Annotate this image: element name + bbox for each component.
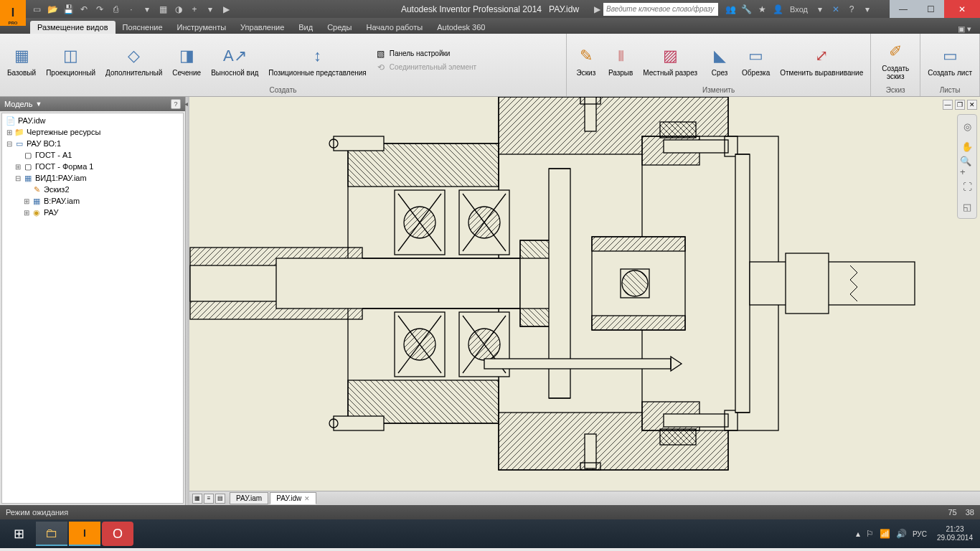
print-icon[interactable]: ⎙ — [109, 3, 122, 16]
nav-zoom-in-icon[interactable]: 🔍+ — [960, 159, 974, 174]
canvas-min-icon[interactable]: — — [943, 100, 953, 110]
svg-rect-24 — [334, 416, 384, 430]
close-button[interactable]: ✕ — [944, 0, 980, 18]
projection-view-button[interactable]: ◫Проекционный — [42, 43, 100, 78]
new-icon[interactable]: ▭ — [30, 3, 43, 16]
qat-add-icon[interactable]: + — [188, 3, 201, 16]
minimize-button[interactable]: — — [890, 0, 917, 18]
tree-resources[interactable]: ⊞📁Чертежные ресурсы — [4, 126, 182, 138]
tray-up-icon[interactable]: ▴ — [856, 529, 860, 539]
tree-view1[interactable]: ⊟▦ВИД1:РАУ.iam — [4, 172, 182, 184]
ribbon-toggle-icon[interactable]: ▣ ▾ — [949, 24, 980, 34]
tree-rau-vo[interactable]: ⊟▭РАУ ВО:1 — [4, 138, 182, 149]
tab-view[interactable]: Вид — [291, 21, 320, 34]
tab-placement[interactable]: Размещение видов — [30, 21, 116, 34]
local-section-button[interactable]: ▨Местный разрез — [639, 43, 702, 78]
login-link[interactable]: Вход — [790, 5, 808, 14]
maximize-button[interactable]: ☐ — [917, 0, 944, 18]
tray-volume-icon[interactable]: 🔊 — [896, 529, 907, 539]
drawing-canvas[interactable]: — ❐ ✕ ◎ ✋ 🔍+ ⛶ ◱ — [189, 97, 980, 491]
search-input[interactable] — [603, 3, 718, 16]
tree-sketch2[interactable]: ✎Эскиз2 — [4, 184, 182, 195]
model-tree[interactable]: 📄РАУ.idw ⊞📁Чертежные ресурсы ⊟▭РАУ ВО:1 … — [1, 113, 184, 504]
undo-icon[interactable]: ↶ — [77, 3, 90, 16]
tree-b-rau[interactable]: ⊞▦B:РАУ.iam — [4, 195, 182, 207]
help-icon[interactable]: ? — [844, 1, 859, 17]
qat-play-icon[interactable]: ▶ — [220, 3, 232, 16]
break-button[interactable]: ⦀Разрыв — [604, 43, 637, 78]
tab-layout3-icon[interactable]: ▤ — [215, 494, 225, 504]
tray-action-icon[interactable]: ⚐ — [866, 529, 874, 539]
tree-rau[interactable]: ⊞◉РАУ — [4, 207, 182, 218]
tree-gost-a1[interactable]: ▢ГОСТ - А1 — [4, 149, 182, 161]
panel-help-icon[interactable]: ? — [171, 99, 181, 109]
qat-select-icon[interactable]: ▦ — [156, 3, 169, 16]
open-icon[interactable]: 📂 — [46, 3, 59, 16]
expand-icon[interactable]: ⊞ — [22, 197, 31, 205]
canvas-close-icon[interactable]: ✕ — [967, 100, 977, 110]
exchange-icon[interactable]: ✕ — [828, 1, 844, 17]
navigation-bar: ◎ ✋ 🔍+ ⛶ ◱ — [957, 114, 977, 219]
task-explorer[interactable]: 🗀 — [36, 522, 67, 546]
nav-zoom-win-icon[interactable]: ◱ — [960, 199, 974, 214]
nav-wheel-icon[interactable]: ◎ — [960, 119, 974, 133]
close-tab-icon[interactable]: ✕ — [304, 495, 310, 502]
tray-network-icon[interactable]: 📶 — [880, 529, 890, 539]
key-icon[interactable]: 🔧 — [738, 1, 754, 17]
tab-manage[interactable]: Управление — [233, 21, 291, 34]
collapse-icon[interactable]: ⊟ — [14, 174, 22, 182]
unalign-button[interactable]: ⤢Отменить выравнивание — [776, 43, 867, 78]
create-sketch-button[interactable]: ✐Создать эскиз — [874, 39, 917, 82]
model-header[interactable]: Модель▼ ? — [0, 97, 185, 111]
sheet-icon: ▭ — [14, 138, 25, 149]
canvas-restore-icon[interactable]: ❐ — [955, 100, 965, 110]
tray-lang[interactable]: РУС — [913, 530, 927, 538]
section-button[interactable]: ◨Сечение — [168, 43, 205, 78]
trim-button[interactable]: ▭Обрезка — [738, 43, 774, 78]
sketch-button[interactable]: ✎Эскиз — [570, 43, 603, 78]
create-sheet-button[interactable]: ▭Создать лист — [923, 43, 976, 78]
clock[interactable]: 21:23 29.09.2014 — [937, 525, 973, 542]
redo-icon[interactable]: ↷ — [93, 3, 106, 16]
panel-settings-button[interactable]: ▧Панель настройки — [375, 48, 476, 60]
tab-layout2-icon[interactable]: ≡ — [204, 494, 214, 504]
tab-start[interactable]: Начало работы — [359, 21, 430, 34]
user-icon[interactable]: 👤 — [770, 1, 786, 17]
aux-view-button[interactable]: ◇Дополнительный — [101, 43, 166, 78]
search-play-icon[interactable]: ▶ — [590, 3, 603, 16]
expand-icon[interactable]: ⊞ — [14, 163, 22, 171]
cut-button[interactable]: ◣Срез — [703, 43, 736, 78]
expand-icon[interactable]: ⊞ — [5, 128, 14, 136]
pos-icon: ↕ — [306, 44, 329, 67]
base-view-button[interactable]: ▦Базовый — [3, 43, 40, 78]
title-text: Autodesk Inventor Professional 2014 РАУ.… — [401, 4, 579, 14]
star-icon[interactable]: ★ — [754, 1, 770, 17]
help-drop-icon[interactable]: ▾ — [859, 1, 875, 17]
login-dropdown-icon[interactable]: ▾ — [812, 1, 828, 17]
qat-opt-icon[interactable]: ▾ — [141, 3, 154, 16]
qat-material-icon[interactable]: ◑ — [172, 3, 185, 16]
tab-tools[interactable]: Инструменты — [170, 21, 234, 34]
tab-env[interactable]: Среды — [320, 21, 359, 34]
tree-root[interactable]: 📄РАУ.idw — [4, 115, 182, 126]
start-button[interactable]: ⊞ — [3, 522, 34, 546]
tab-layout1-icon[interactable]: ▦ — [192, 494, 202, 504]
detail-button[interactable]: A↗Выносной вид — [207, 43, 263, 78]
community-icon[interactable]: 👥 — [722, 1, 738, 17]
tab-a360[interactable]: Autodesk 360 — [430, 21, 492, 34]
collapse-icon[interactable]: ⊟ — [5, 140, 14, 148]
tree-gost-f1[interactable]: ⊞▢ГОСТ - Форма 1 — [4, 161, 182, 172]
app-logo[interactable]: IPRO — [0, 0, 26, 26]
save-icon[interactable]: 💾 — [62, 3, 75, 16]
qat-more-icon[interactable]: ▾ — [204, 3, 217, 16]
nav-pan-icon[interactable]: ✋ — [960, 139, 974, 154]
doc-tab-idw[interactable]: РАУ.idw✕ — [270, 492, 316, 504]
connector-button: ⟲Соединительный элемент — [375, 62, 476, 73]
doc-tab-iam[interactable]: РАУ.iam — [230, 492, 268, 504]
pos-button[interactable]: ↕Позиционные представления — [264, 43, 370, 78]
task-inventor[interactable]: I — [69, 522, 100, 546]
task-opera[interactable]: O — [102, 522, 133, 546]
expand-icon[interactable]: ⊞ — [22, 209, 31, 217]
tab-explain[interactable]: Пояснение — [116, 21, 170, 34]
nav-zoom-ext-icon[interactable]: ⛶ — [960, 179, 974, 194]
